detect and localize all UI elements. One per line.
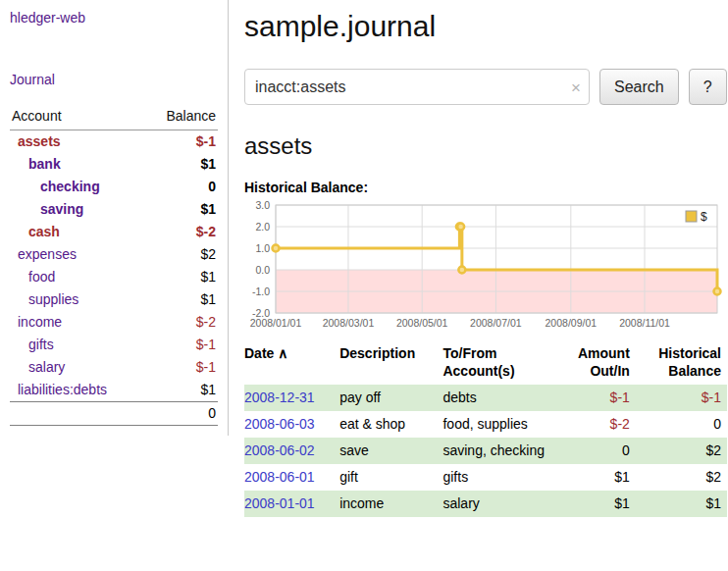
- transaction-row: 2008-06-01giftgifts$1$2: [244, 464, 727, 491]
- transaction-date-link[interactable]: 2008-06-02: [244, 442, 315, 458]
- account-balance: $-2: [145, 311, 218, 334]
- register-header-row: Date ∧ Description To/From Account(s) Am…: [244, 344, 727, 385]
- header-description: Description: [339, 344, 442, 385]
- register-table: Date ∧ Description To/From Account(s) Am…: [244, 344, 727, 517]
- transaction-amount: $-2: [552, 411, 636, 438]
- search-input-wrapper: ×: [244, 69, 590, 105]
- account-balance: $-1: [145, 334, 218, 356]
- chart-x-tick-label: 2008/07/01: [470, 317, 522, 329]
- account-link[interactable]: gifts: [28, 337, 54, 352]
- account-name-cell: bank: [10, 153, 145, 176]
- account-balance: $-1: [145, 356, 218, 379]
- chart-x-tick-label: 2008/11/01: [619, 317, 670, 329]
- account-row: bank$1: [10, 153, 218, 176]
- account-link[interactable]: salary: [28, 359, 65, 375]
- transaction-balance: $2: [636, 438, 727, 464]
- accounts-header-balance: Balance: [145, 105, 218, 130]
- search-input[interactable]: [244, 69, 590, 105]
- search-button[interactable]: Search: [599, 69, 679, 105]
- search-form: × Search ?: [244, 69, 727, 105]
- chart-y-tick-label: 0.0: [255, 264, 270, 276]
- account-link[interactable]: food: [28, 269, 55, 285]
- account-row: supplies$1: [10, 288, 218, 311]
- transaction-date-cell: 2008-01-01: [244, 491, 339, 517]
- account-row: cash$-2: [10, 221, 218, 243]
- clear-search-icon[interactable]: ×: [571, 78, 581, 95]
- transaction-description: save: [339, 438, 442, 464]
- account-link[interactable]: checking: [40, 179, 100, 194]
- transaction-balance: $1: [636, 491, 727, 517]
- accounts-header-account: Account: [10, 105, 145, 130]
- chart-y-tick-label: 2.0: [255, 221, 270, 233]
- account-name-cell: income: [10, 311, 145, 334]
- transaction-row: 2008-01-01incomesalary$1$1: [244, 491, 727, 517]
- header-description-label: Description: [339, 345, 415, 361]
- account-row: salary$-1: [10, 356, 218, 379]
- transaction-date-cell: 2008-06-01: [244, 464, 339, 491]
- account-link[interactable]: income: [18, 314, 62, 330]
- chart-data-point: [458, 267, 465, 274]
- account-row: checking0: [10, 176, 218, 198]
- nav-journal-link[interactable]: Journal: [10, 72, 55, 87]
- account-link[interactable]: liabilities:debts: [18, 382, 107, 397]
- account-name-cell: food: [10, 266, 145, 288]
- chart-legend-label: $: [701, 210, 707, 224]
- transaction-date-link[interactable]: 2008-01-01: [244, 495, 315, 511]
- account-name-cell: liabilities:debts: [10, 379, 145, 402]
- account-link[interactable]: saving: [40, 201, 83, 217]
- account-balance: $1: [145, 198, 218, 221]
- account-link[interactable]: assets: [18, 133, 61, 149]
- chart-x-tick-label: 2008/01/01: [250, 317, 302, 329]
- accounts-total-balance: 0: [145, 402, 218, 426]
- chart-data-point: [457, 224, 464, 231]
- register-table-body: 2008-12-31pay offdebts$-1$-12008-06-03ea…: [244, 385, 727, 517]
- transaction-date-link[interactable]: 2008-06-01: [244, 469, 315, 485]
- transaction-date-cell: 2008-06-02: [244, 438, 339, 464]
- account-name-cell: saving: [10, 198, 145, 221]
- chart-data-point: [714, 288, 721, 295]
- transaction-description: gift: [339, 464, 442, 491]
- header-balance-label-line2: Balance: [668, 363, 721, 379]
- sort-ascending-icon: ∧: [278, 345, 287, 361]
- chart-x-tick-label: 2008/03/01: [323, 317, 375, 329]
- header-balance-label-line1: Historical: [658, 345, 721, 361]
- account-title: assets: [244, 132, 727, 160]
- transaction-row: 2008-06-03eat & shopfood, supplies$-20: [244, 411, 727, 438]
- account-link[interactable]: supplies: [28, 291, 78, 307]
- account-balance: $1: [145, 288, 218, 311]
- header-amount-label-line2: Out/In: [590, 363, 629, 379]
- account-name-cell: salary: [10, 356, 145, 379]
- account-row: liabilities:debts$1: [10, 379, 218, 402]
- transaction-balance: $-1: [636, 385, 727, 411]
- account-link[interactable]: expenses: [18, 246, 77, 262]
- chart-x-tick-label: 2008/05/01: [396, 317, 448, 329]
- transaction-description: income: [339, 491, 442, 517]
- account-name-cell: assets: [10, 130, 145, 154]
- transaction-row: 2008-06-02savesaving, checking0$2: [244, 438, 727, 464]
- account-name-cell: supplies: [10, 288, 145, 311]
- transaction-date-cell: 2008-06-03: [244, 411, 339, 438]
- chart-title: Historical Balance:: [244, 180, 727, 195]
- historical-balance-chart: 3.02.01.00.0-1.0-2.02008/01/012008/03/01…: [244, 199, 725, 335]
- help-button[interactable]: ?: [689, 69, 727, 105]
- transaction-amount: $1: [552, 464, 636, 491]
- account-row: food$1: [10, 266, 218, 288]
- app-title-row: hledger-web: [10, 10, 218, 26]
- transaction-accounts: saving, checking: [442, 438, 551, 464]
- account-link[interactable]: cash: [28, 224, 60, 239]
- accounts-table: Account Balance assets$-1bank$1checking0…: [10, 105, 218, 426]
- chart-y-tick-label: -1.0: [252, 286, 270, 297]
- transaction-accounts: debts: [442, 385, 551, 411]
- header-date[interactable]: Date ∧: [244, 344, 339, 385]
- app-title-link[interactable]: hledger-web: [10, 10, 85, 26]
- transaction-amount: 0: [552, 438, 636, 464]
- transaction-date-link[interactable]: 2008-12-31: [244, 389, 315, 405]
- transaction-date-link[interactable]: 2008-06-03: [244, 416, 315, 432]
- header-amount-label-line1: Amount: [578, 345, 630, 361]
- transaction-amount: $1: [552, 491, 636, 517]
- header-accounts-label-line1: To/From: [442, 345, 496, 361]
- account-link[interactable]: bank: [28, 156, 61, 172]
- account-row: saving$1: [10, 198, 218, 221]
- chart-x-tick-label: 2008/09/01: [546, 317, 598, 329]
- transaction-balance: 0: [636, 411, 727, 438]
